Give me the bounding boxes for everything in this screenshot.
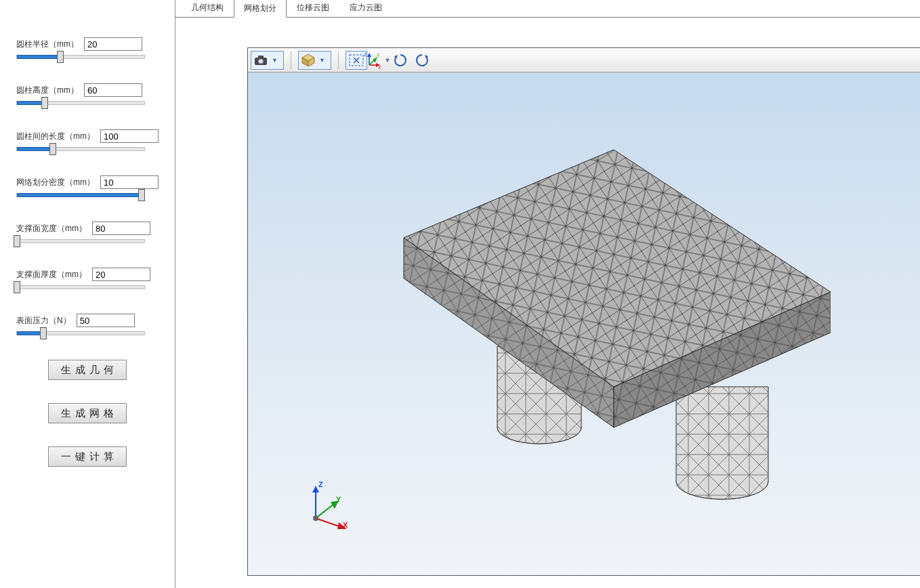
svg-text:X: X <box>378 65 381 69</box>
tab-displacement[interactable]: 位移云图 <box>287 0 339 17</box>
rotate-cw-button[interactable] <box>390 51 411 70</box>
main-area: 几何结构 网格划分 位移云图 应力云图 <box>175 0 920 588</box>
axis-gizmo: Z Y X <box>304 483 351 530</box>
svg-rect-1 <box>258 56 264 58</box>
viewport[interactable]: ▼ ▼ <box>247 47 920 576</box>
support-thickness-input[interactable] <box>92 268 150 281</box>
compute-button[interactable]: 一键计算 <box>48 446 127 467</box>
svg-marker-8 <box>367 53 371 57</box>
viewport-toolbar: ▼ ▼ <box>248 48 920 72</box>
cylinder-radius-slider[interactable] <box>16 55 145 59</box>
tab-bar: 几何结构 网格划分 位移云图 应力云图 <box>175 0 920 17</box>
support-width-input[interactable] <box>92 222 150 235</box>
axis-y-label: Y <box>336 495 341 503</box>
screenshot-button[interactable]: ▼ <box>251 51 284 70</box>
tab-geometry[interactable]: 几何结构 <box>181 0 234 17</box>
svg-point-32 <box>313 516 318 521</box>
mesh-density-slider[interactable] <box>16 193 145 197</box>
axis-x-label: X <box>343 521 348 529</box>
support-thickness-slider[interactable] <box>16 285 145 289</box>
cylinder-radius-input[interactable] <box>84 37 142 51</box>
meshed-model <box>343 89 831 509</box>
axes-triad-icon: Z Y X <box>364 51 381 69</box>
axes-triad-button[interactable]: Z Y X ▼ <box>369 51 389 70</box>
view-cube-button[interactable]: ▼ <box>298 51 331 70</box>
cube-view-icon <box>301 54 315 67</box>
param-cylinder-height: 圆柱高度（mm） <box>16 83 159 105</box>
rotate-ccw-icon <box>414 52 430 68</box>
param-label: 圆柱高度（mm） <box>16 85 79 96</box>
param-mesh-density: 网络划分密度（mm） <box>16 175 159 197</box>
mesh-density-input[interactable] <box>100 175 159 189</box>
fit-view-icon <box>349 54 364 66</box>
param-label: 支撑面宽度（mm） <box>16 223 87 234</box>
generate-mesh-button[interactable]: 生成网格 <box>48 403 127 423</box>
param-label: 圆柱间的长度（mm） <box>16 131 95 142</box>
rotate-cw-icon <box>392 52 409 68</box>
chevron-down-icon: ▼ <box>269 57 280 64</box>
param-label: 表面压力（N） <box>16 315 71 327</box>
param-label: 网络划分密度（mm） <box>16 177 95 188</box>
sidebar: 圆柱半径（mm） 圆柱高度（mm） 圆柱间的长度（mm） <box>0 0 175 588</box>
camera-icon <box>254 55 268 66</box>
cylinder-height-input[interactable] <box>84 83 142 97</box>
param-support-thickness: 支撑面厚度（mm） <box>16 268 159 289</box>
param-support-width: 支撑面宽度（mm） <box>16 222 159 243</box>
param-cylinder-span: 圆柱间的长度（mm） <box>16 129 159 151</box>
cylinder-span-slider[interactable] <box>16 147 145 151</box>
cylinder-height-slider[interactable] <box>16 101 145 105</box>
svg-point-2 <box>259 59 264 64</box>
surface-pressure-input[interactable] <box>77 314 135 327</box>
svg-text:Z: Z <box>364 52 367 57</box>
axis-z-label: Z <box>318 480 323 488</box>
generate-geometry-button[interactable]: 生成几何 <box>48 360 127 380</box>
cylinder-span-input[interactable] <box>100 129 159 143</box>
svg-line-30 <box>316 503 335 518</box>
chevron-down-icon: ▼ <box>316 57 328 64</box>
rotate-ccw-button[interactable] <box>412 51 432 70</box>
param-surface-pressure: 表面压力（N） <box>16 314 159 335</box>
tab-mesh[interactable]: 网格划分 <box>234 0 287 18</box>
param-cylinder-radius: 圆柱半径（mm） <box>16 37 159 59</box>
param-label: 圆柱半径（mm） <box>16 39 79 50</box>
tab-stress[interactable]: 应力云图 <box>339 0 392 17</box>
surface-pressure-slider[interactable] <box>16 331 145 335</box>
svg-text:Y: Y <box>377 53 380 58</box>
param-label: 支撑面厚度（mm） <box>16 269 87 280</box>
support-width-slider[interactable] <box>16 239 145 243</box>
